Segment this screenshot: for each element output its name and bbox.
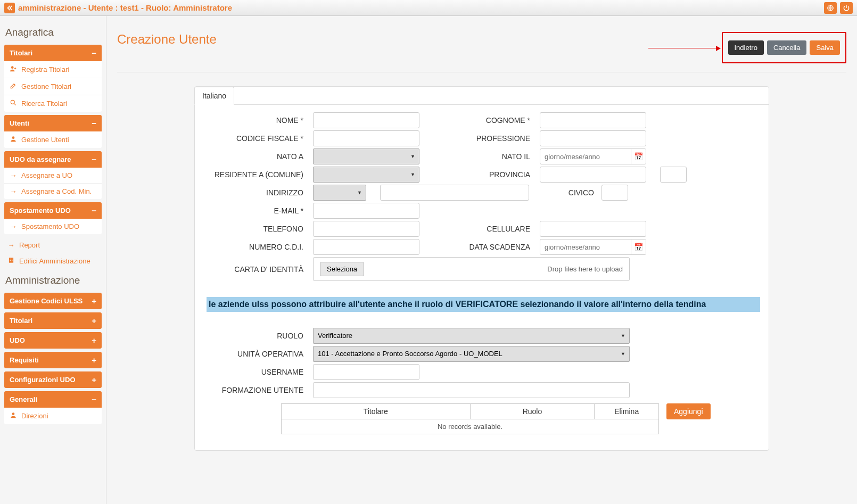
ruolo-select[interactable]: Verificatore <box>313 328 630 344</box>
label-ruolo: RUOLO <box>207 332 313 340</box>
sidebar-item-label: Direzioni <box>21 412 48 420</box>
file-select-button[interactable]: Seleziona <box>320 262 364 276</box>
arrow-right-icon: → <box>10 171 17 179</box>
plus-icon: + <box>92 316 96 325</box>
label-natoa: NATO A <box>207 152 313 161</box>
professione-input[interactable] <box>540 130 646 146</box>
svg-rect-6 <box>12 259 12 259</box>
info-note: le aziende ulss possono attribuire all'u… <box>207 297 760 312</box>
panel-label: Gestione Codici ULSS <box>10 297 83 305</box>
sidebar-link-edifici[interactable]: Edifici Amministrazione <box>4 253 102 269</box>
sidebar-panel-titolari[interactable]: Titolari − <box>4 45 102 61</box>
svg-rect-5 <box>10 259 11 259</box>
sidebar-collapse-button[interactable] <box>4 3 15 13</box>
label-natoil: NATO IL <box>433 152 540 161</box>
telefono-input[interactable] <box>313 221 419 237</box>
sidebar-panel-gest-codici[interactable]: Gestione Codici ULSS+ <box>4 293 102 309</box>
nome-input[interactable] <box>313 112 419 128</box>
label-professione: PROFESSIONE <box>433 134 540 143</box>
scadenza-input[interactable] <box>540 243 631 251</box>
save-button[interactable]: Salva <box>810 40 840 55</box>
cancel-button[interactable]: Cancella <box>767 40 807 55</box>
minus-icon: − <box>92 206 96 215</box>
label-nome: NOME * <box>207 116 313 125</box>
sidebar-item-label: Spostamento UDO <box>21 222 79 230</box>
sidebar-item-direzioni[interactable]: Direzioni <box>4 408 102 424</box>
table-empty: No records available. <box>282 419 659 434</box>
sidebar-panel-generali[interactable]: Generali− <box>4 391 102 408</box>
cognome-input[interactable] <box>540 112 646 128</box>
plus-icon: + <box>92 356 96 365</box>
sidebar-panel-utenti[interactable]: Utenti − <box>4 115 102 131</box>
content: Creazione Utente Indietro Cancella Salva… <box>106 16 857 504</box>
sidebar-item-assegnare-codmin[interactable]: → Assegnare a Cod. Min. <box>4 184 102 199</box>
residente-select[interactable] <box>313 167 419 183</box>
minus-icon: − <box>92 155 96 164</box>
file-drop-area[interactable]: Seleziona Drop files here to upload <box>313 257 630 281</box>
add-button[interactable]: Aggiungi <box>666 403 711 419</box>
label-scadenza: DATA SCADENZA <box>433 243 540 251</box>
sidebar-panel-requisiti[interactable]: Requisiti+ <box>4 352 102 368</box>
annotation-arrow <box>648 48 720 48</box>
email-input[interactable] <box>313 203 419 219</box>
sidebar-panel-titolari2[interactable]: Titolari+ <box>4 312 102 329</box>
sidebar-panel-spostamento[interactable]: Spostamento UDO − <box>4 202 102 219</box>
label-username: USERNAME <box>207 368 313 376</box>
arrow-right-icon: → <box>10 222 17 230</box>
provincia-input[interactable] <box>540 167 646 183</box>
sidebar-item-spostamento-udo[interactable]: → Spostamento UDO <box>4 219 102 234</box>
sidebar-item-ricerca-titolari[interactable]: Ricerca Titolari <box>4 95 102 112</box>
minus-icon: − <box>92 119 96 128</box>
col-elimina: Elimina <box>595 403 659 419</box>
label-telefono: TELEFONO <box>207 225 313 233</box>
plus-icon: + <box>92 375 96 384</box>
panel-label: Spostamento UDO <box>10 206 71 214</box>
sidebar-panel-udo-assegnare[interactable]: UDO da assegnare − <box>4 151 102 168</box>
label-provincia: PROVINCIA <box>433 170 540 179</box>
provincia-code-input[interactable] <box>660 167 687 183</box>
indirizzo-type-select[interactable] <box>313 185 366 201</box>
sidebar-link-report[interactable]: → Report <box>4 237 102 253</box>
sidebar-item-registra-titolari[interactable]: Registra Titolari <box>4 61 102 78</box>
formazione-input[interactable] <box>313 382 630 398</box>
power-button[interactable] <box>840 2 853 14</box>
panel-label: Configurazioni UDO <box>10 376 76 384</box>
sidebar-item-label: Registra Titolari <box>21 65 69 73</box>
calendar-icon[interactable]: 📅 <box>631 149 646 164</box>
natoil-input[interactable] <box>540 153 631 161</box>
sidebar-item-assegnare-uo[interactable]: → Assegnare a UO <box>4 168 102 184</box>
svg-point-9 <box>12 412 15 415</box>
label-civico: CIVICO <box>543 188 601 197</box>
panel-label: Titolari <box>10 317 32 325</box>
label-carta: CARTA D' IDENTITÀ <box>207 265 313 274</box>
plus-icon: + <box>92 296 96 305</box>
indirizzo-input[interactable] <box>380 185 529 201</box>
sidebar-link-label: Report <box>19 241 40 249</box>
globe-button[interactable] <box>824 2 837 14</box>
sidebar-item-gestione-titolari[interactable]: Gestione Titolari <box>4 78 102 95</box>
page-title: Creazione Utente <box>117 32 217 47</box>
cellulare-input[interactable] <box>540 221 646 237</box>
username-input[interactable] <box>313 364 419 380</box>
roles-table: Titolare Ruolo Elimina No records availa… <box>281 403 659 434</box>
codfisc-input[interactable] <box>313 130 419 146</box>
sidebar-panel-config-udo[interactable]: Configurazioni UDO+ <box>4 371 102 388</box>
arrow-right-icon: → <box>10 187 17 195</box>
unita-select[interactable]: 101 - Accettazione e Pronto Soccorso Ago… <box>313 346 630 362</box>
calendar-icon[interactable]: 📅 <box>631 239 646 254</box>
civico-input[interactable] <box>601 185 628 201</box>
natoa-select[interactable] <box>313 148 419 164</box>
edit-icon <box>10 82 17 91</box>
back-button[interactable]: Indietro <box>728 40 764 55</box>
panel-label: Generali <box>10 395 37 403</box>
label-cellulare: CELLULARE <box>433 225 540 233</box>
cdi-input[interactable] <box>313 239 419 255</box>
building-icon <box>7 257 15 266</box>
sidebar-item-gestione-utenti[interactable]: Gestione Utenti <box>4 131 102 148</box>
panel-label: Utenti <box>10 119 29 127</box>
sidebar-item-label: Gestione Titolari <box>21 82 71 90</box>
tab-italiano[interactable]: Italiano <box>194 87 234 105</box>
label-residente: RESIDENTE A (COMUNE) <box>207 170 313 179</box>
user-icon <box>10 135 17 144</box>
sidebar-panel-udo[interactable]: UDO+ <box>4 332 102 349</box>
